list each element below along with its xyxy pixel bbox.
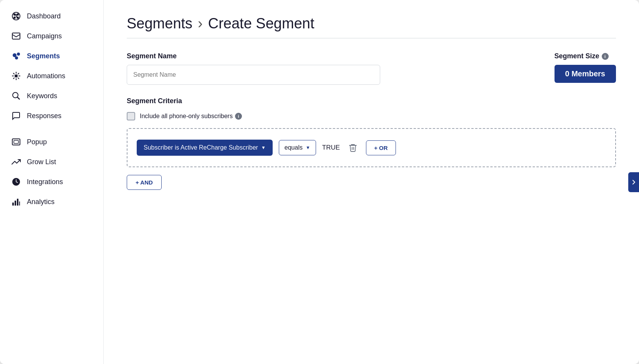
analytics-icon: [11, 197, 22, 206]
segment-size-label: Segment Size i: [555, 52, 616, 60]
sidebar-item-label: Responses: [27, 112, 61, 120]
sidebar-item-label: Keywords: [27, 92, 57, 100]
criteria-section: Segment Criteria Include all phone-only …: [127, 97, 616, 190]
segment-name-section: Segment Name: [127, 52, 472, 85]
svg-rect-12: [14, 140, 18, 143]
automations-icon: [11, 71, 22, 81]
and-button[interactable]: + AND: [127, 175, 162, 190]
svg-point-7: [17, 53, 20, 56]
page-title: Segments › Create Segment: [127, 15, 616, 32]
sidebar-item-segments[interactable]: Segments: [0, 46, 103, 66]
sidebar-item-integrations[interactable]: Integrations: [0, 172, 103, 192]
svg-point-1: [13, 13, 16, 16]
sidebar-item-label: Campaigns: [27, 32, 62, 40]
campaigns-icon: [11, 31, 22, 41]
sidebar-item-label: Grow List: [27, 158, 56, 166]
delete-criteria-button[interactable]: [346, 141, 360, 155]
chevron-down-icon: ▼: [261, 145, 266, 150]
segment-size-info-icon[interactable]: i: [602, 53, 609, 60]
breadcrumb-separator: ›: [198, 15, 203, 32]
svg-rect-5: [12, 33, 20, 39]
integrations-icon: [11, 177, 22, 186]
criteria-box: Subscriber is Active ReCharge Subscriber…: [127, 128, 616, 167]
members-badge: 0 Members: [555, 65, 616, 83]
segment-name-label: Segment Name: [127, 52, 472, 60]
sidebar-item-campaigns[interactable]: Campaigns: [0, 26, 103, 46]
svg-rect-14: [15, 201, 16, 206]
sidebar: Dashboard Campaigns Segments: [0, 0, 104, 364]
keywords-icon: [11, 91, 22, 100]
dashboard-icon: [11, 12, 22, 21]
sidebar-item-popup[interactable]: Popup: [0, 132, 103, 152]
sidebar-item-automations[interactable]: Automations: [0, 66, 103, 86]
breadcrumb-current: Create Segment: [208, 15, 315, 32]
segment-size-section: Segment Size i 0 Members: [555, 52, 616, 83]
svg-rect-11: [12, 139, 20, 145]
svg-point-2: [17, 13, 19, 16]
phone-only-label: Include all phone-only subscribers i: [140, 113, 242, 120]
grow-list-icon: [11, 157, 22, 166]
phone-only-info-icon[interactable]: i: [235, 113, 242, 120]
svg-rect-15: [17, 199, 18, 206]
criteria-field-dropdown[interactable]: Subscriber is Active ReCharge Subscriber…: [137, 140, 273, 156]
criteria-label: Segment Criteria: [127, 97, 616, 105]
sidebar-item-label: Integrations: [27, 178, 63, 186]
svg-point-8: [15, 56, 18, 59]
svg-point-4: [17, 16, 19, 19]
criteria-operator-dropdown[interactable]: equals ▼: [279, 140, 316, 155]
svg-point-9: [15, 74, 18, 77]
segment-name-input[interactable]: [127, 65, 380, 85]
svg-rect-13: [12, 203, 14, 206]
sidebar-item-dashboard[interactable]: Dashboard: [0, 6, 103, 26]
or-button[interactable]: + OR: [366, 140, 396, 155]
form-top-row: Segment Name Segment Size i 0 Members: [127, 52, 616, 85]
phone-only-checkbox[interactable]: [127, 112, 135, 120]
breadcrumb-parent[interactable]: Segments: [127, 15, 192, 32]
chevron-down-icon: ▼: [306, 145, 310, 150]
main-content: Segments › Create Segment Segment Name S…: [104, 0, 639, 205]
sidebar-item-label: Popup: [27, 138, 47, 146]
sidebar-item-analytics[interactable]: Analytics: [0, 192, 103, 212]
criteria-row: Subscriber is Active ReCharge Subscriber…: [137, 140, 606, 156]
criteria-value: TRUE: [322, 144, 340, 152]
sidebar-item-label: Analytics: [27, 198, 55, 206]
sidebar-item-label: Dashboard: [27, 12, 61, 20]
title-divider: [127, 38, 616, 38]
svg-rect-16: [19, 201, 20, 206]
svg-point-3: [13, 16, 16, 19]
right-edge-button[interactable]: [628, 172, 639, 192]
sidebar-item-responses[interactable]: Responses: [0, 106, 103, 126]
segments-icon: [11, 51, 22, 61]
sidebar-item-label: Segments: [27, 52, 60, 60]
sidebar-item-grow-list[interactable]: Grow List: [0, 152, 103, 172]
sidebar-item-keywords[interactable]: Keywords: [0, 86, 103, 106]
responses-icon: [11, 111, 22, 120]
phone-only-row: Include all phone-only subscribers i: [127, 112, 616, 120]
sidebar-item-label: Automations: [27, 72, 65, 80]
popup-icon: [11, 137, 22, 147]
